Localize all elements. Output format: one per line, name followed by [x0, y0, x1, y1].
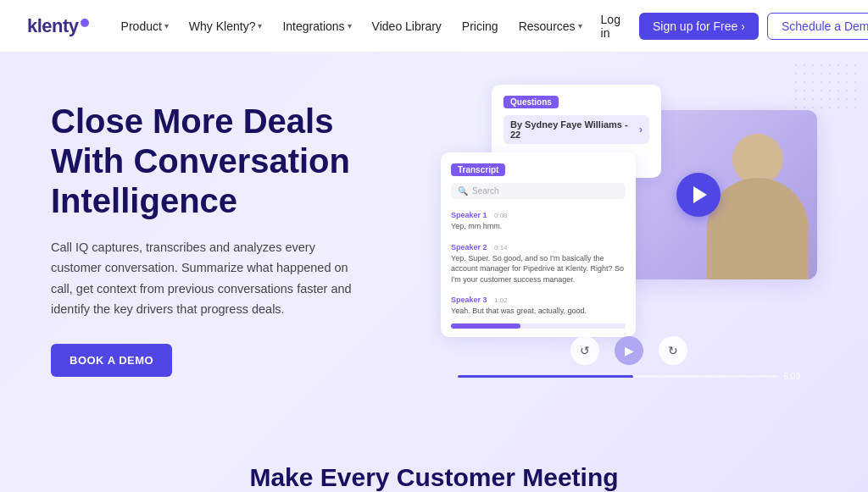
controls-row: ↺ ▶ ↻: [458, 336, 800, 365]
hero-section: Close More Deals With Conversation Intel…: [0, 53, 868, 492]
play-button[interactable]: [676, 173, 721, 217]
transcript-row-1: Speaker 1 0:08 Yep, mm hmm.: [451, 206, 626, 232]
question-item-1[interactable]: By Sydney Faye Williams - 22 ›: [504, 115, 649, 144]
nav-item-resources[interactable]: Resources ▾: [510, 14, 591, 38]
logo-accent-dot: [81, 19, 89, 27]
speaker-2-text: Yep. Super. So good, and so I'm basicall…: [451, 253, 626, 285]
speaker-1-label: Speaker 1: [451, 211, 487, 219]
video-controls: ↺ ▶ ↻ 6:09: [458, 336, 800, 381]
signup-button[interactable]: Sign up for Free ›: [639, 13, 759, 40]
nav-item-pricing[interactable]: Pricing: [453, 14, 507, 38]
play-pause-button[interactable]: ▶: [615, 336, 643, 365]
search-icon: 🔍: [458, 186, 468, 196]
hero-right: Questions By Sydney Faye Williams - 22 ›…: [441, 85, 817, 406]
speaker-2-label: Speaker 2: [451, 243, 487, 252]
logo-text: klenty: [27, 15, 79, 37]
speaker-3-label: Speaker 3: [451, 296, 487, 304]
speaker-3-time: 1:02: [494, 296, 508, 304]
schedule-demo-button[interactable]: Schedule a Demo: [767, 13, 868, 40]
transcript-card: Transcript 🔍 Search Speaker 1 0:08 Yep, …: [441, 152, 636, 337]
nav-links: Product ▾ Why Klenty? ▾ Integrations ▾ V…: [113, 14, 591, 38]
navbar: klenty Product ▾ Why Klenty? ▾ Integrati…: [0, 0, 868, 53]
play-icon: [693, 186, 707, 203]
transcript-row-2: Speaker 2 0:14 Yep. Super. So good, and …: [451, 238, 626, 285]
nav-actions: Log in Sign up for Free › Schedule a Dem…: [591, 8, 868, 45]
speaker-3-text: Yeah. But that was great, actually, good…: [451, 306, 626, 317]
progress-track: [458, 375, 777, 378]
chevron-down-icon: ▾: [348, 21, 352, 30]
nav-item-product[interactable]: Product ▾: [113, 14, 177, 38]
transcript-search[interactable]: 🔍 Search: [451, 183, 626, 199]
transcript-progress-fill: [451, 323, 520, 329]
nav-item-integrations[interactable]: Integrations ▾: [274, 14, 359, 38]
video-time: 6:09: [784, 372, 800, 381]
rewind-button[interactable]: ↺: [570, 336, 599, 365]
transcript-label: Transcript: [451, 163, 505, 176]
speaker-1-time: 0:08: [494, 212, 508, 219]
progress-fill: [458, 375, 633, 378]
chevron-down-icon: ▾: [578, 21, 582, 30]
nav-item-video-library[interactable]: Video Library: [364, 14, 450, 38]
video-progress-bar[interactable]: 6:09: [458, 372, 800, 381]
transcript-row-3: Speaker 3 1:02 Yeah. But that was great,…: [451, 290, 626, 317]
search-placeholder: Search: [472, 186, 499, 196]
chevron-down-icon: ▾: [258, 21, 262, 30]
logo[interactable]: klenty: [27, 15, 89, 37]
book-demo-button[interactable]: BOOK A DEMO: [51, 344, 172, 377]
hero-main: Close More Deals With Conversation Intel…: [0, 53, 868, 439]
person-head: [732, 134, 783, 185]
speaker-2-time: 0:14: [494, 244, 508, 252]
questions-label: Questions: [504, 96, 559, 108]
login-button[interactable]: Log in: [591, 8, 631, 45]
arrow-right-icon: ›: [639, 124, 643, 135]
fast-forward-button[interactable]: ↻: [659, 336, 687, 365]
hero-left: Close More Deals With Conversation Intel…: [51, 93, 407, 377]
chevron-down-icon: ▾: [164, 21, 169, 30]
bottom-tagline: Make Every Customer Meeting: [0, 439, 868, 492]
speaker-1-text: Yep, mm hmm.: [451, 221, 626, 232]
nav-item-why-klenty[interactable]: Why Klenty? ▾: [181, 14, 271, 38]
hero-title: Close More Deals With Conversation Intel…: [51, 102, 407, 222]
hero-description: Call IQ captures, transcribes and analyz…: [51, 237, 364, 321]
transcript-progress-bar: [451, 323, 626, 329]
person-body: [707, 178, 809, 279]
tagline-text: Make Every Customer Meeting: [0, 463, 868, 492]
